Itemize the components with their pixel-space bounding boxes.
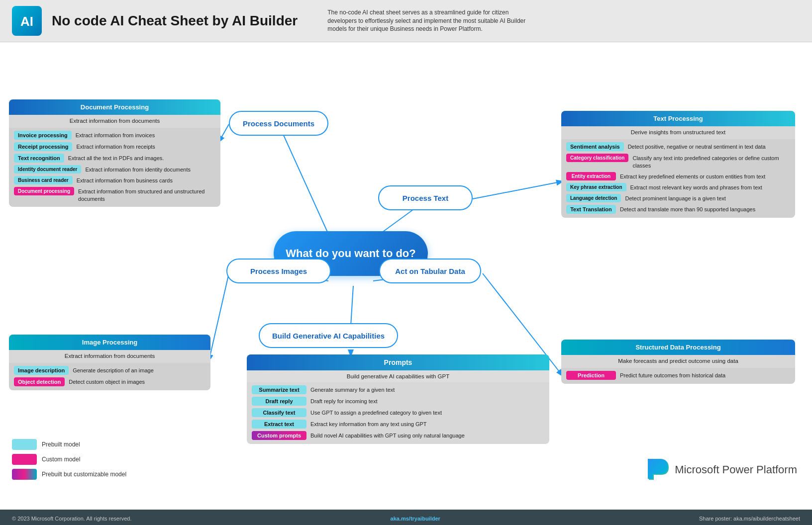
power-platform-logo: Microsoft Power Platform: [644, 457, 797, 482]
text-processing-box: Text Processing Derive insights from uns…: [561, 111, 795, 218]
legend: Prebuilt model Custom model Prebuilt but…: [12, 439, 126, 480]
legend-swatch-custom: [12, 454, 37, 465]
image-processing-subtitle: Extract information from documents: [9, 350, 210, 363]
footer-copyright: © 2023 Microsoft Corporation. All rights…: [12, 516, 131, 522]
footer: © 2023 Microsoft Corporation. All rights…: [0, 510, 812, 525]
svg-line-6: [351, 286, 353, 326]
header-description: The no-code AI cheat sheet serves as a s…: [327, 8, 536, 33]
list-item: Identity document reader Extract informa…: [14, 165, 215, 174]
list-item: Draft reply Draft reply for incoming tex…: [252, 397, 544, 406]
prompts-box: Prompts Build generative AI capabilities…: [247, 354, 549, 444]
list-item: Language detection Detect prominent lang…: [566, 194, 790, 202]
list-item: Text recognition Extract all the text in…: [14, 154, 215, 163]
pp-logo-icon: [644, 457, 669, 482]
flow-bubble-build-gen-ai[interactable]: Build Generative AI Capabilities: [259, 323, 398, 348]
svg-line-8: [473, 181, 562, 199]
legend-swatch-prebuilt-customizable: [12, 469, 37, 480]
list-item: Object detection Detect custom object in…: [14, 377, 205, 386]
list-item: Prediction Predict future outcomes from …: [566, 371, 790, 380]
list-item: Sentiment analysis Detect positive, nega…: [566, 142, 790, 151]
legend-swatch-prebuilt: [12, 439, 37, 450]
text-processing-header: Text Processing: [561, 111, 795, 126]
doc-processing-items: Invoice processing Extract information f…: [9, 128, 220, 207]
doc-processing-header: Document Processing: [9, 99, 220, 115]
legend-item-prebuilt: Prebuilt model: [12, 439, 126, 450]
prompts-subtitle: Build generative AI capabilities with GP…: [247, 370, 549, 382]
pp-logo-text: Microsoft Power Platform: [675, 463, 797, 476]
list-item: Custom prompts Build novel AI capabiliti…: [252, 431, 544, 440]
text-processing-items: Sentiment analysis Detect positive, nega…: [561, 139, 795, 218]
ai-builder-logo: AI: [12, 6, 42, 36]
list-item: Invoice processing Extract information f…: [14, 131, 215, 140]
svg-line-7: [219, 124, 229, 142]
flow-bubble-process-images[interactable]: Process Images: [226, 259, 331, 283]
list-item: Entity extraction Extract key predefined…: [566, 172, 790, 180]
prompts-items: Summarize text Generate summary for a gi…: [247, 382, 549, 444]
page-header: AI No code AI Cheat Sheet by AI Builder …: [0, 0, 812, 42]
list-item: Category classification Classify any tex…: [566, 154, 790, 170]
flow-bubble-process-text[interactable]: Process Text: [378, 185, 473, 210]
structured-data-items: Prediction Predict future outcomes from …: [561, 368, 795, 384]
document-processing-box: Document Processing Extract information …: [9, 99, 220, 207]
list-item: Document processing Extract information …: [14, 187, 215, 203]
list-item: Summarize text Generate summary for a gi…: [252, 385, 544, 394]
list-item: Text Translation Detect and translate mo…: [566, 205, 790, 214]
list-item: Extract text Extract key information fro…: [252, 420, 544, 429]
legend-item-custom: Custom model: [12, 454, 126, 465]
image-processing-items: Image description Generate description o…: [9, 363, 210, 390]
svg-line-9: [209, 273, 229, 360]
svg-text:AI: AI: [20, 14, 33, 29]
legend-item-prebuilt-customizable: Prebuilt but customizable model: [12, 469, 126, 480]
doc-processing-subtitle: Extract information from documents: [9, 115, 220, 128]
structured-data-box: Structured Data Processing Make forecast…: [561, 340, 795, 384]
list-item: Key phrase extraction Extract most relev…: [566, 183, 790, 191]
list-item: Image description Generate description o…: [14, 366, 205, 375]
list-item: Classify text Use GPT to assign a predef…: [252, 408, 544, 417]
flow-bubble-act-tabular[interactable]: Act on Tabular Data: [379, 259, 481, 283]
image-processing-box: Image Processing Extract information fro…: [9, 335, 210, 390]
text-processing-subtitle: Derive insights from unstructured text: [561, 126, 795, 139]
main-canvas: What do you want to do? Process Document…: [0, 42, 812, 510]
page-title: No code AI Cheat Sheet by AI Builder: [52, 13, 298, 29]
image-processing-header: Image Processing: [9, 335, 210, 350]
structured-data-header: Structured Data Processing: [561, 340, 795, 355]
flow-bubble-process-docs[interactable]: Process Documents: [229, 111, 328, 136]
footer-link[interactable]: aka.ms/tryaibuilder: [391, 516, 440, 522]
list-item: Receipt processing Extract information f…: [14, 142, 215, 151]
footer-share: Share poster: aka.ms/aibuildercheatsheet: [699, 516, 800, 522]
list-item: Business card reader Extract information…: [14, 176, 215, 184]
prompts-header: Prompts: [247, 354, 549, 370]
structured-data-subtitle: Make forecasts and predict outcome using…: [561, 355, 795, 368]
